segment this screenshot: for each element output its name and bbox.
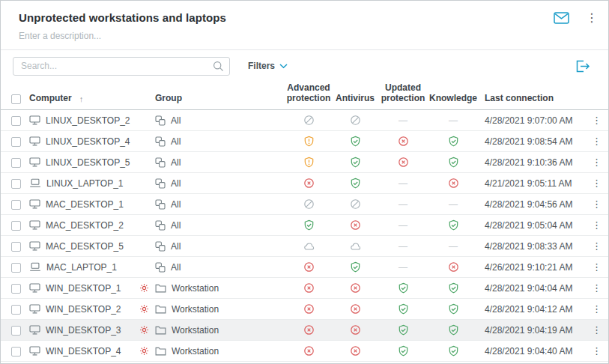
row-checkbox[interactable] [11, 347, 21, 357]
gear-alert-icon [139, 325, 149, 335]
circle-slash-icon [333, 198, 377, 210]
export-icon[interactable] [575, 59, 590, 73]
table-row[interactable]: LINUX_DESKTOP_5 All 4/28/2021 9:10:36 AM… [1, 152, 608, 173]
laptop-icon [29, 262, 41, 272]
group-name: All [171, 178, 181, 189]
table-row[interactable]: MAC_LAPTOP_1 All — 4/26/2021 9:10:21 AM … [1, 257, 608, 278]
group-all-icon [155, 178, 166, 189]
table-row[interactable]: MAC_DESKTOP_1 All — — 4/28/2021 9:04:56 … [1, 194, 608, 215]
group-name: All [171, 199, 181, 210]
laptop-icon [29, 178, 41, 188]
row-checkbox[interactable] [11, 326, 21, 336]
row-checkbox[interactable] [11, 305, 21, 315]
circle-x-icon [284, 303, 333, 315]
column-header-knowledge[interactable]: Knowledge [429, 93, 477, 103]
shield-check-icon [429, 136, 477, 147]
column-header-advanced-protection[interactable]: Advanced protection [287, 82, 331, 103]
computer-name: WIN_DESKTOP_1 [46, 283, 121, 294]
filters-label: Filters [248, 61, 275, 71]
desktop-icon [29, 220, 40, 230]
dash-icon: — [377, 262, 429, 273]
filters-button[interactable]: Filters [248, 61, 288, 71]
column-header-updated-protection[interactable]: Updated protection [381, 82, 425, 103]
group-name: All [171, 220, 181, 231]
search-icon [213, 61, 224, 72]
search-input[interactable] [13, 57, 230, 76]
table-row[interactable]: MAC_DESKTOP_5 All — — 4/28/2021 9:08:33 … [1, 236, 608, 257]
gear-alert-icon [139, 346, 149, 356]
search-box [13, 57, 230, 76]
table-row[interactable]: WIN_DESKTOP_3 Workstation 4/28/2021 9:04… [1, 320, 608, 341]
desktop-icon [29, 115, 40, 125]
circle-slash-icon [284, 115, 333, 126]
shield-check-icon [333, 261, 377, 273]
kebab-menu-icon[interactable]: ⋮ [586, 10, 596, 25]
sort-ascending-icon[interactable]: ↑ [79, 94, 84, 104]
circle-x-icon [429, 261, 477, 273]
table-row[interactable]: WIN_DESKTOP_4 Workstation 4/28/2021 9:04… [1, 341, 608, 362]
row-menu-button[interactable]: ⋮ [587, 303, 607, 315]
row-checkbox[interactable] [11, 200, 21, 210]
row-checkbox[interactable] [11, 158, 21, 168]
select-all-checkbox[interactable] [11, 94, 21, 104]
shield-check-icon [377, 303, 429, 315]
folder-icon [155, 305, 166, 314]
group-name: All [171, 115, 181, 126]
desktop-icon [29, 157, 40, 167]
row-menu-button[interactable]: ⋮ [587, 345, 607, 357]
row-checkbox[interactable] [11, 116, 21, 126]
shield-check-icon [429, 324, 477, 336]
column-header-antivirus[interactable]: Antivirus [336, 93, 375, 103]
shield-check-icon [429, 157, 477, 168]
column-header-computer[interactable]: Computer [29, 94, 72, 104]
group-all-icon [155, 220, 166, 231]
dash-icon: — [429, 199, 477, 210]
row-menu-button[interactable]: ⋮ [587, 115, 607, 126]
table-row[interactable]: WIN_DESKTOP_2 Workstation 4/28/2021 9:04… [1, 299, 608, 320]
column-header-last-connection[interactable]: Last connection [485, 93, 554, 103]
group-all-icon [155, 241, 166, 252]
row-menu-button[interactable]: ⋮ [587, 157, 607, 168]
circle-x-icon [333, 303, 377, 315]
envelope-icon[interactable] [554, 12, 569, 24]
group-all-icon [155, 136, 166, 147]
row-checkbox[interactable] [11, 242, 21, 252]
row-checkbox[interactable] [11, 137, 21, 147]
group-all-icon [155, 262, 166, 273]
shield-check-icon [429, 219, 477, 231]
circle-x-icon [284, 324, 333, 336]
dash-icon: — [429, 115, 477, 126]
table-row[interactable]: LINUX_LAPTOP_1 All — 4/21/2021 9:05:11 A… [1, 173, 608, 194]
row-checkbox[interactable] [11, 284, 21, 294]
row-menu-button[interactable]: ⋮ [587, 178, 607, 189]
row-checkbox[interactable] [11, 263, 21, 273]
table-row[interactable]: WIN_DESKTOP_1 Workstation 4/28/2021 9:04… [1, 278, 608, 299]
group-all-icon [155, 115, 166, 126]
shield-check-icon [333, 136, 377, 147]
row-menu-button[interactable]: ⋮ [587, 198, 607, 210]
row-menu-button[interactable]: ⋮ [587, 282, 607, 294]
row-menu-button[interactable]: ⋮ [587, 324, 607, 336]
row-menu-button[interactable]: ⋮ [587, 240, 607, 252]
shield-check-icon [429, 303, 477, 315]
dash-icon: — [377, 220, 429, 231]
shield-check-icon [333, 157, 377, 168]
desktop-icon [29, 325, 40, 335]
row-menu-button[interactable]: ⋮ [587, 136, 607, 147]
row-menu-button[interactable]: ⋮ [587, 261, 607, 273]
desktop-icon [29, 304, 40, 314]
last-connection: 4/28/2021 9:04:56 AM [477, 199, 587, 210]
description-input[interactable] [19, 31, 590, 41]
row-menu-button[interactable]: ⋮ [587, 219, 607, 231]
gear-alert-icon [139, 304, 149, 314]
table-row[interactable]: MAC_DESKTOP_2 All — 4/28/2021 9:05:04 AM… [1, 215, 608, 236]
row-checkbox[interactable] [11, 179, 21, 189]
computer-name: LINUX_LAPTOP_1 [46, 178, 124, 189]
table-row[interactable]: LINUX_DESKTOP_4 All 4/28/2021 9:08:54 AM… [1, 131, 608, 152]
table-row[interactable]: LINUX_DESKTOP_2 All — — 4/28/2021 9:07:0… [1, 110, 608, 131]
desktop-icon [29, 283, 40, 293]
last-connection: 4/26/2021 9:10:21 AM [477, 262, 587, 273]
shield-check-icon [377, 324, 429, 336]
column-header-group[interactable]: Group [155, 93, 182, 103]
row-checkbox[interactable] [11, 221, 21, 231]
